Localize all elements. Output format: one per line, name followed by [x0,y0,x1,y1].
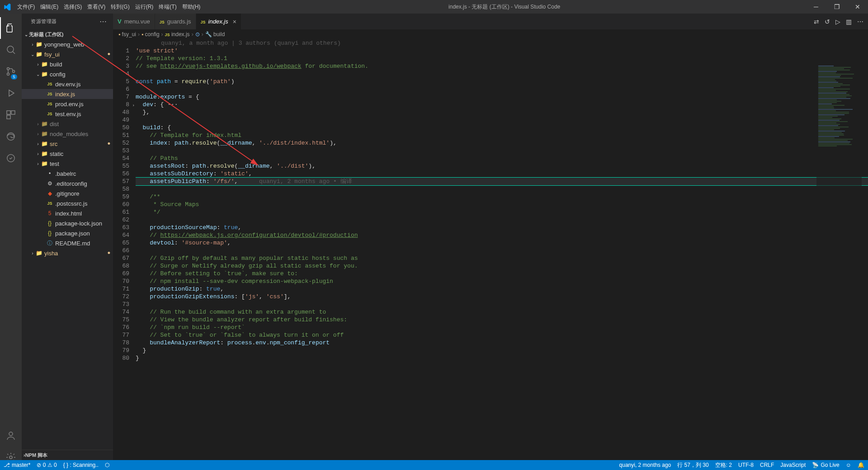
code-line[interactable]: // `npm run build --report` [136,324,868,331]
explorer-icon[interactable] [0,17,22,39]
breadcrumbs[interactable]: ▪ fsy_ui›▪ config›JS index.js›⊙ ›🔧 build [113,29,868,39]
status-encoding[interactable]: UTF-8 [738,462,754,468]
close-icon[interactable]: × [233,18,236,25]
tree-item[interactable]: ⓘREADME.md [22,238,113,248]
maximize-button[interactable]: ❐ [826,0,847,14]
fold-icon[interactable]: › [132,102,135,110]
editor-tab[interactable]: JSindex.js× [196,14,241,29]
menu-item[interactable]: 文件(F) [14,3,38,11]
tree-item[interactable]: ›📁node_modules [22,129,113,139]
status-hex-icon[interactable]: ⬡ [105,462,109,468]
tree-item[interactable]: ›📁yisha• [22,248,113,258]
tree-item[interactable]: ›📁src• [22,139,113,149]
code-line[interactable]: productionGzipExtensions: ['js', 'css'], [136,293,868,301]
code-line[interactable] [136,301,868,308]
code-line[interactable]: devtool: '#source-map', [136,239,868,247]
breadcrumb-item[interactable]: ▪ config [142,31,160,38]
menu-item[interactable]: 选择(S) [61,3,85,11]
status-spaces[interactable]: 空格: 2 [715,461,732,469]
code-line[interactable]: // Template for index.html [136,132,868,139]
status-blame[interactable]: quanyi, 2 months ago [619,462,671,468]
accounts-icon[interactable] [0,425,22,446]
tree-item[interactable]: {}package.json [22,228,113,238]
tree-item[interactable]: ⚙.editorconfig [22,179,113,188]
tree-item[interactable]: ›📁yongneng_web [22,39,113,49]
close-button[interactable]: ✕ [847,0,868,14]
status-branch[interactable]: ⎇ master* [4,462,30,468]
code-line[interactable]: assetsPublicPath: '/fs/', quanyi, 2 mont… [136,178,868,185]
tree-workspace-root[interactable]: ⌄无标题 (工作区) [22,29,113,39]
code-line[interactable]: // https://webpack.js.org/configuration/… [136,231,868,239]
sidebar-more-icon[interactable]: ⋯ [99,17,108,26]
code-line[interactable]: // Surge or Netlify already gzip all sta… [136,262,868,270]
status-go-live[interactable]: 📡 Go Live [812,462,839,468]
code-line[interactable]: assetsSubDirectory: 'static', [136,170,868,178]
code-line[interactable]: // see http://vuejs-templates.github.io/… [136,62,868,70]
menu-item[interactable]: 帮助(H) [179,3,203,11]
run-debug-icon[interactable] [0,82,22,104]
split-icon[interactable]: ▥ [846,18,852,25]
tree-item[interactable]: JSprod.env.js [22,99,113,109]
edge-icon[interactable] [0,126,22,147]
tree-item[interactable]: ›📁static [22,149,113,159]
more-icon[interactable]: ⋯ [857,18,863,25]
code-line[interactable]: 'use strict' [136,47,868,55]
status-feedback-icon[interactable]: ☺ [846,462,851,468]
extensions-icon[interactable] [0,104,22,126]
code-line[interactable] [136,147,868,155]
code-line[interactable] [136,185,868,193]
code-line[interactable]: } [136,354,868,362]
search-icon[interactable] [0,39,22,61]
editor-tab[interactable]: Vmenu.vue [113,14,155,29]
code-line[interactable]: // Before setting to `true`, make sure t… [136,270,868,277]
menu-item[interactable]: 终端(T) [156,3,179,11]
tree-item[interactable]: ◆.gitignore [22,188,113,198]
code-line[interactable]: // View the bundle analyzer report after… [136,316,868,324]
status-ln-col[interactable]: 行 57，列 30 [677,461,708,469]
live-share-icon[interactable] [0,147,22,169]
menu-item[interactable]: 查看(V) [85,3,108,11]
breadcrumb-item[interactable]: ▪ fsy_ui [118,31,136,38]
code-line[interactable]: /** [136,193,868,201]
code-line[interactable]: // Gzip off by default as many popular s… [136,254,868,262]
minimize-button[interactable]: ─ [806,0,826,14]
code-content[interactable]: quanyi, a month ago | 3 authors (quanyi … [136,39,868,470]
code-line[interactable] [136,247,868,254]
run-icon[interactable]: ▷ [835,18,840,25]
breadcrumb-item[interactable]: 🔧 build [205,31,225,38]
code-line[interactable]: } [136,347,868,354]
tree-item[interactable]: JS.postcssrc.js [22,198,113,208]
code-line[interactable] [136,85,868,93]
status-bell-icon[interactable]: 🔔 [858,462,864,468]
source-control-icon[interactable]: 5 [0,61,22,82]
code-line[interactable]: productionSourceMap: true, [136,224,868,231]
tree-item[interactable]: ›📁test [22,159,113,169]
code-line[interactable]: */ [136,208,868,216]
code-line[interactable]: // npm install --save-dev compression-we… [136,277,868,285]
menu-item[interactable]: 运行(R) [132,3,156,11]
code-line[interactable]: build: { [136,124,868,132]
tree-item[interactable]: •.babelrc [22,169,113,179]
tree-item[interactable]: JStest.env.js [22,109,113,119]
tree-item[interactable]: JSindex.js [22,89,113,99]
code-line[interactable] [136,70,868,78]
tree-item[interactable]: ⌄📁fsy_ui• [22,49,113,59]
tree-item[interactable]: ⌄📁config [22,69,113,79]
menu-item[interactable]: 编辑(E) [38,3,61,11]
code-line[interactable]: const path = require('path') [136,78,868,85]
minimap[interactable] [816,65,862,192]
code-line[interactable]: dev: { ··· [136,101,868,108]
breadcrumb-item[interactable]: JS index.js [165,31,190,38]
code-line[interactable]: assetsRoot: path.resolve(__dirname, '../… [136,162,868,170]
code-line[interactable]: // Template version: 1.3.1 [136,55,868,62]
tree-item[interactable]: 5index.html [22,208,113,218]
status-eol[interactable]: CRLF [760,462,774,468]
code-line[interactable] [136,116,868,124]
tree-item[interactable]: JSdev.env.js [22,79,113,89]
sidebar-panel-header[interactable]: › NPM 脚本 [22,450,113,460]
code-line[interactable] [136,216,868,224]
code-line[interactable]: bundleAnalyzerReport: process.env.npm_co… [136,339,868,347]
code-line[interactable]: module.exports = { [136,93,868,101]
code-line[interactable]: * Source Maps [136,201,868,208]
breadcrumb-item[interactable]: ⊙ [195,31,200,38]
